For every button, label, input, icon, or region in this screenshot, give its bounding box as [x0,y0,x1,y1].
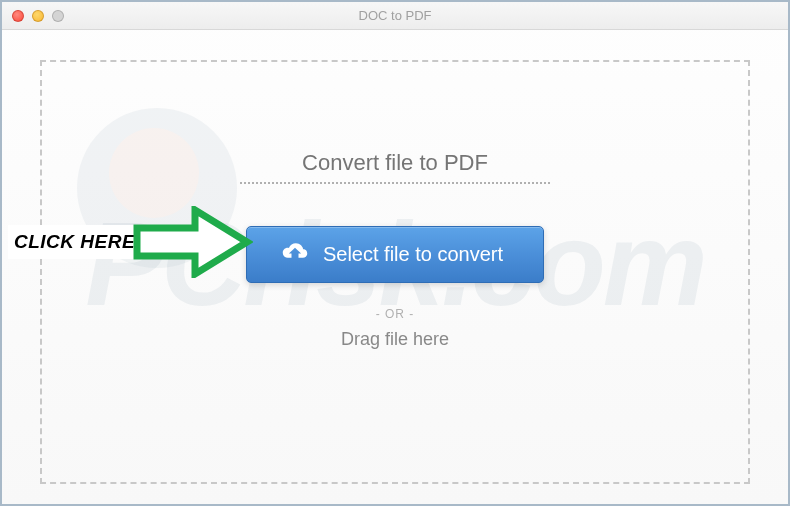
dotted-separator [240,182,550,184]
cloud-upload-icon [281,241,309,268]
select-file-button[interactable]: Select file to convert [246,226,544,283]
click-here-label: CLICK HERE [8,225,137,259]
close-window-button[interactable] [12,10,24,22]
heading-text: Convert file to PDF [302,150,488,176]
arrow-right-icon [133,206,253,278]
traffic-lights [12,10,64,22]
window-title: DOC to PDF [2,8,788,23]
click-here-annotation: CLICK HERE [8,206,253,278]
minimize-window-button[interactable] [32,10,44,22]
window-titlebar: DOC to PDF [2,2,788,30]
maximize-window-button[interactable] [52,10,64,22]
select-file-button-label: Select file to convert [323,243,503,266]
drag-file-text: Drag file here [341,329,449,350]
or-divider: - OR - [376,307,415,321]
